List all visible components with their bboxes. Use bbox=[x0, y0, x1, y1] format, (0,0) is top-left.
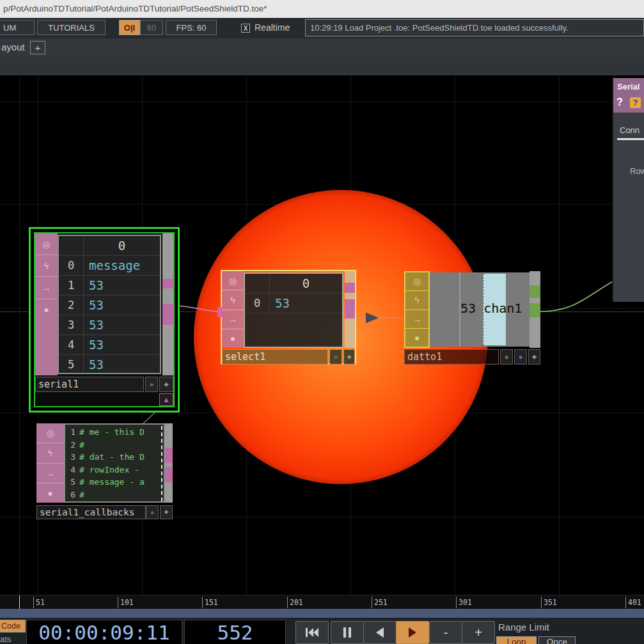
callbacks-output-connector[interactable] bbox=[165, 467, 173, 482]
table-row: 5 53 bbox=[59, 355, 160, 374]
datto1-star-icon[interactable]: ✦ bbox=[528, 349, 540, 365]
help-icon[interactable]: ? bbox=[617, 97, 623, 108]
python-help-icon[interactable]: ? bbox=[630, 97, 641, 108]
tab-beats[interactable]: ats bbox=[0, 634, 11, 644]
bypass-flag-icon[interactable]: → bbox=[405, 310, 428, 329]
ruler-tick: 51 bbox=[33, 597, 45, 608]
touchdesigner-window: p/PotArduinoTDTutorial/PotArduinoTDTutor… bbox=[0, 0, 644, 644]
play-forward-button[interactable] bbox=[396, 621, 429, 644]
viewer-flag-icon[interactable]: ◎ bbox=[35, 233, 58, 255]
ruler-tick: 151 bbox=[202, 597, 218, 608]
table-header-row: 0 bbox=[59, 236, 160, 256]
serial1-output-connector[interactable] bbox=[162, 279, 173, 288]
serial1-viewer-dot-icon[interactable]: ● bbox=[145, 377, 158, 392]
serial1-name[interactable]: serial1 bbox=[35, 377, 144, 392]
node-serial1[interactable]: ◎ ϟ → ● 0 0 message 1 bbox=[34, 232, 175, 407]
select1-viewer-dot-icon[interactable]: ● bbox=[329, 349, 342, 365]
serial1-star-icon[interactable]: ✦ bbox=[159, 377, 173, 392]
bypass-flag-icon[interactable]: → bbox=[36, 464, 64, 483]
timeline-range-bar[interactable] bbox=[0, 609, 644, 618]
table-row: 0 message bbox=[59, 256, 160, 276]
datto1-export-dot-icon[interactable]: ● bbox=[514, 349, 527, 365]
lock-flag-icon[interactable]: ● bbox=[36, 483, 64, 503]
code-line: 1 # me - this D bbox=[65, 426, 164, 439]
play-reverse-button[interactable] bbox=[363, 621, 397, 644]
lock-flag-icon[interactable]: ● bbox=[35, 299, 58, 320]
lock-flag-icon[interactable]: ● bbox=[405, 329, 428, 347]
datto1-output-connector[interactable] bbox=[530, 303, 540, 317]
ruler-tick: 201 bbox=[287, 597, 303, 608]
album-button[interactable]: UM bbox=[0, 20, 35, 35]
datto1-chop-viewer: 53 chan1 bbox=[430, 272, 530, 347]
serial1-output-connector[interactable] bbox=[162, 304, 173, 325]
timecode-display: 00:00:09:11 bbox=[26, 620, 182, 644]
table-row: 4 53 bbox=[59, 335, 160, 355]
code-line: 6 # bbox=[65, 489, 164, 501]
pause-icon bbox=[343, 627, 351, 638]
wire-datto1-out[interactable] bbox=[540, 280, 615, 311]
step-back-button[interactable]: - bbox=[429, 621, 462, 644]
once-button[interactable]: Once bbox=[538, 636, 576, 644]
bypass-flag-icon[interactable]: → bbox=[222, 310, 244, 329]
loop-button[interactable]: Loop bbox=[496, 636, 537, 644]
realtime-checkbox[interactable]: X bbox=[241, 24, 250, 33]
step-forward-button[interactable]: + bbox=[462, 621, 495, 644]
datto1-viewer-dot-icon[interactable]: ● bbox=[500, 349, 513, 365]
code-line: 2 # bbox=[65, 439, 164, 452]
cook-flag-icon[interactable]: ϟ bbox=[35, 255, 58, 277]
callbacks-name[interactable]: serial1_callbacks bbox=[36, 505, 146, 519]
select1-star-icon[interactable]: ✦ bbox=[343, 349, 355, 365]
node-serial1-flags: ◎ ϟ → ● bbox=[35, 233, 58, 375]
add-layout-button[interactable]: + bbox=[30, 41, 45, 54]
node-serial1-callbacks[interactable]: ◎ ϟ → ● 1 # me - this D 2 # 3 # dat - th… bbox=[36, 423, 173, 519]
callbacks-viewer-dot-icon[interactable]: ● bbox=[146, 505, 159, 519]
viewer-flag-icon[interactable]: ◎ bbox=[222, 271, 244, 290]
skip-to-start-icon bbox=[305, 628, 319, 637]
select1-name[interactable]: select1 bbox=[222, 349, 328, 365]
layout-tab-label[interactable]: ayout bbox=[1, 42, 25, 52]
output-input-toggle[interactable]: O|I bbox=[119, 20, 140, 35]
code-line: 5 # message - a bbox=[65, 476, 164, 489]
callbacks-output-connector[interactable] bbox=[165, 448, 173, 463]
tab-code[interactable]: Code bbox=[0, 620, 26, 632]
select1-output-connector[interactable] bbox=[345, 283, 355, 293]
channel-readout: 53 chan1 bbox=[460, 301, 522, 316]
pause-button[interactable] bbox=[331, 621, 364, 644]
callbacks-scrollbar[interactable] bbox=[165, 423, 173, 503]
column-header: 0 bbox=[270, 274, 342, 293]
serial1-dock-arrow-icon[interactable]: ▲ bbox=[159, 393, 173, 406]
bypass-flag-icon[interactable]: → bbox=[35, 277, 58, 299]
viewer-flag-icon[interactable]: ◎ bbox=[36, 423, 64, 443]
select1-input-connector[interactable] bbox=[217, 307, 222, 317]
cook-flag-icon[interactable]: ϟ bbox=[222, 290, 244, 310]
select1-output-connector[interactable] bbox=[345, 299, 355, 318]
callbacks-star-icon[interactable]: ✦ bbox=[160, 505, 173, 519]
range-limit-label: Range Limit bbox=[498, 622, 549, 632]
code-line: 4 # rowIndex - bbox=[65, 464, 164, 476]
tab-connect[interactable]: Conn bbox=[620, 125, 640, 135]
parameter-panel: Serial ? ? Conn Row bbox=[612, 78, 644, 302]
datto1-name[interactable]: datto1 bbox=[404, 349, 499, 365]
tutorials-button[interactable]: TUTORIALS bbox=[37, 20, 106, 35]
viewer-flag-icon[interactable]: ◎ bbox=[405, 272, 428, 291]
datto1-output-connector[interactable] bbox=[530, 285, 540, 298]
column-header: 0 bbox=[84, 236, 160, 255]
cook-flag-icon[interactable]: ϟ bbox=[405, 291, 428, 310]
cook-flag-icon[interactable]: ϟ bbox=[36, 443, 64, 463]
timeline-ruler[interactable]: 51 101 151 201 251 301 351 401 bbox=[0, 595, 644, 609]
node-serial1-selection-frame: ◎ ϟ → ● 0 0 message 1 bbox=[29, 227, 180, 412]
pane-bar bbox=[0, 57, 644, 75]
window-title: p/PotArduinoTDTutorial/PotArduinoTDTutor… bbox=[0, 0, 644, 18]
table-header-row: 0 bbox=[245, 274, 342, 294]
status-message: 10:29:19 Load Project .toe: PotSeedShiel… bbox=[305, 19, 644, 36]
fps-field[interactable]: FPS: 60 bbox=[166, 20, 217, 35]
wire-serial1-to-select1[interactable] bbox=[173, 306, 221, 311]
skip-to-start-button[interactable] bbox=[295, 621, 329, 644]
rate-field[interactable]: 60 bbox=[140, 20, 163, 35]
table-row: 1 53 bbox=[59, 276, 160, 295]
frame-display: 552 bbox=[184, 620, 286, 644]
node-select1[interactable]: ◎ ϟ → ● 0 0 53 select1 ● ✦ bbox=[221, 270, 356, 365]
node-datto1[interactable]: ◎ ϟ → ● 53 chan1 datto1 ● ● ✦ bbox=[404, 270, 540, 365]
network-editor[interactable]: ◎ ϟ → ● 0 0 message 1 bbox=[0, 75, 644, 595]
lock-flag-icon[interactable]: ● bbox=[222, 329, 244, 348]
